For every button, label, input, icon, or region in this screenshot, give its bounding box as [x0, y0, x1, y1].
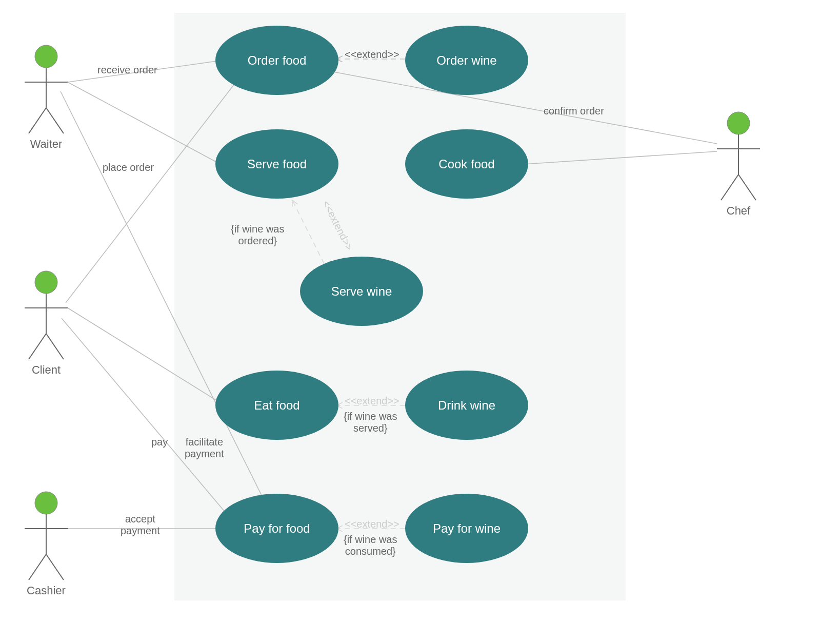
usecase-serve-food-label: Serve food [247, 157, 307, 171]
label-confirm-order: confirm order [544, 105, 604, 117]
usecase-order-wine: Order wine [405, 26, 528, 95]
svg-line-13 [29, 554, 46, 580]
usecase-cook-food-label: Cook food [438, 157, 494, 171]
svg-line-4 [46, 108, 64, 133]
usecase-order-food-label: Order food [248, 53, 307, 68]
label-extend4: <<extend>> [345, 518, 399, 530]
usecase-eat-food-label: Eat food [254, 398, 299, 413]
usecase-serve-wine: Serve wine [300, 257, 423, 326]
usecase-drink-wine-label: Drink wine [438, 398, 495, 413]
usecase-pay-for-food-label: Pay for food [244, 521, 310, 536]
usecase-drink-wine: Drink wine [405, 371, 528, 440]
svg-point-5 [35, 271, 57, 294]
svg-point-10 [35, 492, 57, 514]
usecase-serve-food: Serve food [215, 129, 338, 199]
svg-line-8 [29, 334, 46, 359]
label-extend1: <<extend>> [345, 49, 399, 61]
actor-cashier-figure [25, 492, 68, 580]
label-facilitate: facilitate payment [185, 436, 224, 460]
label-place-order: place order [103, 162, 154, 173]
actor-label-chef: Chef [723, 204, 754, 218]
svg-line-19 [738, 174, 756, 200]
svg-line-18 [721, 174, 738, 200]
usecase-eat-food: Eat food [215, 371, 338, 440]
svg-line-14 [46, 554, 64, 580]
label-guard-pay: {if wine was consumed} [344, 534, 397, 557]
svg-point-0 [35, 45, 57, 68]
usecase-cook-food: Cook food [405, 129, 528, 199]
usecase-serve-wine-label: Serve wine [331, 284, 392, 299]
actor-client-figure [25, 271, 68, 359]
usecase-order-food: Order food [215, 26, 338, 95]
actor-label-waiter: Waiter [28, 138, 64, 151]
actor-label-cashier: Cashier [25, 584, 68, 597]
label-receive-order: receive order [97, 64, 157, 76]
label-extend3: <<extend>> [345, 395, 399, 407]
usecase-pay-for-food: Pay for food [215, 494, 338, 563]
actor-chef-figure [717, 112, 760, 200]
usecase-order-wine-label: Order wine [436, 53, 496, 68]
label-guard-serve: {if wine was ordered} [231, 223, 285, 247]
label-pay: pay [151, 436, 168, 448]
svg-point-15 [727, 112, 750, 134]
svg-line-9 [46, 334, 64, 359]
actor-label-client: Client [29, 363, 63, 377]
usecase-pay-for-wine: Pay for wine [405, 494, 528, 563]
usecase-pay-for-wine-label: Pay for wine [433, 521, 501, 536]
actor-waiter-figure [25, 45, 68, 133]
label-guard-drink: {if wine was served} [344, 411, 397, 434]
label-accept-payment: accept payment [121, 513, 160, 537]
svg-line-3 [29, 108, 46, 133]
